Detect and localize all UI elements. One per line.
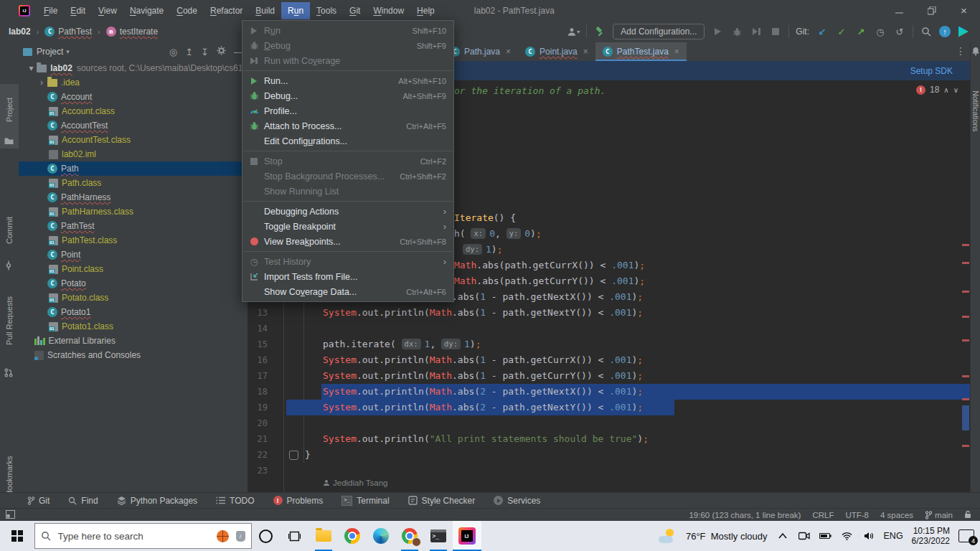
tree-item-potato1-class[interactable]: 01Potato1.class bbox=[19, 319, 248, 334]
language-indicator[interactable]: ENG bbox=[884, 531, 903, 541]
tree-item-potato-class[interactable]: 01Potato.class bbox=[19, 291, 248, 305]
close-tab-icon[interactable]: × bbox=[506, 47, 511, 57]
line-separator[interactable]: CRLF bbox=[812, 511, 834, 519]
tree-item-lab02-iml[interactable]: lab02.iml bbox=[19, 147, 248, 161]
breadcrumb-item[interactable]: lab02 bbox=[9, 27, 31, 37]
settings-gear-icon[interactable] bbox=[217, 46, 226, 57]
tree-item-account[interactable]: CAccount bbox=[19, 90, 248, 104]
caret-position[interactable]: 19:60 (123 chars, 1 line break) bbox=[689, 511, 801, 519]
user-profile-icon[interactable]: ▾ bbox=[567, 25, 580, 38]
error-stripe-mark[interactable] bbox=[962, 339, 969, 342]
restore-button[interactable] bbox=[915, 0, 948, 21]
tree-item-accounttest-class[interactable]: 01AccountTest.class bbox=[19, 133, 248, 147]
ide-update-icon[interactable]: ↑ bbox=[939, 26, 951, 37]
git-commit-check-icon[interactable]: ✓ bbox=[835, 25, 848, 38]
toolwindow-todo[interactable]: TODO bbox=[216, 496, 254, 506]
tree-item-accounttest[interactable]: CAccountTest bbox=[19, 118, 248, 133]
tree-item-point-class[interactable]: 01Point.class bbox=[19, 262, 248, 276]
taskbar-app-chrome[interactable] bbox=[338, 521, 367, 551]
menu-edit[interactable]: Edit bbox=[64, 2, 92, 19]
gutter-icon[interactable] bbox=[289, 451, 298, 460]
breadcrumb-item[interactable]: mtestIterate bbox=[106, 27, 158, 37]
git-branch-widget[interactable]: main bbox=[925, 511, 953, 519]
debug-button[interactable] bbox=[730, 25, 743, 38]
menu-help[interactable]: Help bbox=[410, 2, 441, 19]
taskbar-search-box[interactable]: Type here to search ♪ bbox=[34, 523, 252, 549]
run-with-coverage-button[interactable] bbox=[750, 25, 763, 38]
clock[interactable]: 10:15 PM 6/23/2022 bbox=[912, 526, 950, 546]
error-stripe-mark[interactable] bbox=[962, 291, 969, 293]
error-count-widget[interactable]: ! 18 ∧ ∨ bbox=[916, 85, 958, 95]
tree-item-pathtest-class[interactable]: 01PathTest.class bbox=[19, 233, 248, 248]
volume-icon[interactable] bbox=[862, 529, 875, 542]
taskbar-app-chrome-profile[interactable] bbox=[395, 521, 424, 551]
close-button[interactable]: × bbox=[948, 0, 980, 21]
toolwindow-find[interactable]: Find bbox=[68, 496, 98, 506]
expand-all-icon[interactable]: ↥ bbox=[185, 47, 193, 57]
setup-sdk-link[interactable]: Setup SDK bbox=[910, 66, 953, 76]
notifications-bell-icon[interactable] bbox=[971, 47, 980, 56]
run-menu-item[interactable]: Import Tests from File... bbox=[242, 269, 453, 284]
indent-setting[interactable]: 4 spaces bbox=[880, 511, 913, 519]
prev-error-chevron-icon[interactable]: ∧ bbox=[943, 86, 948, 94]
tray-chevron-icon[interactable] bbox=[776, 529, 789, 542]
breadcrumb-item[interactable]: CPathTest bbox=[44, 27, 92, 37]
run-menu-item[interactable]: Attach to Process... Ctrl+Alt+F5 bbox=[242, 118, 453, 133]
tray-temperature[interactable]: 76°F bbox=[686, 531, 706, 542]
battery-icon[interactable] bbox=[819, 529, 832, 542]
tray-condition[interactable]: Mostly cloudy bbox=[711, 531, 768, 542]
wifi-icon[interactable] bbox=[841, 529, 854, 542]
git-push-icon[interactable]: ↗ bbox=[854, 25, 867, 38]
taskbar-app-terminal[interactable] bbox=[424, 521, 453, 551]
tree-item-lab02[interactable]: ▾lab02sources root, C:\Users\maiba\Deskt… bbox=[19, 61, 248, 75]
tab-pathtest-java[interactable]: C PathTest.java × bbox=[595, 42, 687, 61]
tool-window-toggle-icon[interactable] bbox=[6, 510, 15, 520]
close-tab-icon[interactable]: × bbox=[674, 47, 679, 57]
menu-file[interactable]: File bbox=[37, 2, 64, 19]
menu-build[interactable]: Build bbox=[249, 2, 281, 19]
taskbar-app-file-explorer[interactable] bbox=[309, 521, 338, 551]
task-view-button[interactable] bbox=[281, 521, 309, 551]
meet-now-icon[interactable] bbox=[798, 529, 811, 542]
file-encoding[interactable]: UTF-8 bbox=[845, 511, 869, 519]
minimize-button[interactable] bbox=[883, 0, 915, 21]
error-stripe-mark[interactable] bbox=[962, 398, 969, 400]
menu-refactor[interactable]: Refactor bbox=[204, 2, 249, 19]
editor-options-kebab-icon[interactable]: ⋮ bbox=[956, 45, 966, 57]
rollback-icon[interactable]: ↺ bbox=[893, 25, 906, 38]
run-menu-item[interactable]: View Breakpoints... Ctrl+Shift+F8 bbox=[242, 234, 453, 249]
run-menu-item[interactable]: Run... Alt+Shift+F10 bbox=[242, 73, 453, 88]
lock-icon[interactable] bbox=[964, 510, 971, 520]
git-update-icon[interactable]: ↙ bbox=[816, 25, 829, 38]
run-menu-item[interactable]: Profile... bbox=[242, 103, 453, 118]
history-clock-icon[interactable]: ◷ bbox=[874, 25, 887, 38]
stop-button[interactable] bbox=[769, 25, 782, 38]
project-panel-header[interactable]: Project ▾ ◎ ↥ ↧ — bbox=[19, 42, 248, 61]
tree-item-potato1[interactable]: CPotato1 bbox=[19, 305, 248, 319]
tab-point-java[interactable]: C Point.java × bbox=[518, 42, 595, 61]
add-configuration-button[interactable]: Add Configuration... bbox=[613, 24, 705, 39]
locate-file-icon[interactable]: ◎ bbox=[169, 47, 177, 57]
menu-navigate[interactable]: Navigate bbox=[123, 2, 170, 19]
run-menu-item[interactable]: Edit Configurations... bbox=[242, 133, 453, 149]
run-button[interactable] bbox=[711, 25, 724, 38]
start-button[interactable] bbox=[11, 530, 23, 542]
stripe-commit[interactable]: Commit bbox=[0, 204, 19, 256]
toolwindow-python-packages[interactable]: Python Packages bbox=[117, 496, 197, 506]
menu-run[interactable]: Run bbox=[281, 2, 310, 19]
tree-item-potato[interactable]: CPotato bbox=[19, 276, 248, 291]
notification-center-icon[interactable]: 4 bbox=[958, 529, 974, 542]
cortana-button[interactable] bbox=[252, 521, 281, 551]
stripe-project[interactable]: Project bbox=[0, 87, 19, 133]
menu-tools[interactable]: Tools bbox=[310, 2, 343, 19]
tree-item-pathharness-class[interactable]: 01PathHarness.class bbox=[19, 204, 248, 219]
menu-git[interactable]: Git bbox=[343, 2, 367, 19]
stripe-pull-requests[interactable]: Pull Requests bbox=[0, 278, 19, 364]
selection-stripe-mark[interactable] bbox=[962, 405, 969, 430]
tree-item-scratches-and-consoles[interactable]: Scratches and Consoles bbox=[19, 348, 248, 362]
error-stripe-mark[interactable] bbox=[962, 375, 969, 377]
collapse-all-icon[interactable]: ↧ bbox=[201, 47, 209, 57]
run-menu-item[interactable]: Toggle Breakpoint › bbox=[242, 219, 453, 234]
error-stripe-mark[interactable] bbox=[962, 316, 969, 318]
notifications-stripe-label[interactable]: Notifications bbox=[971, 107, 980, 116]
